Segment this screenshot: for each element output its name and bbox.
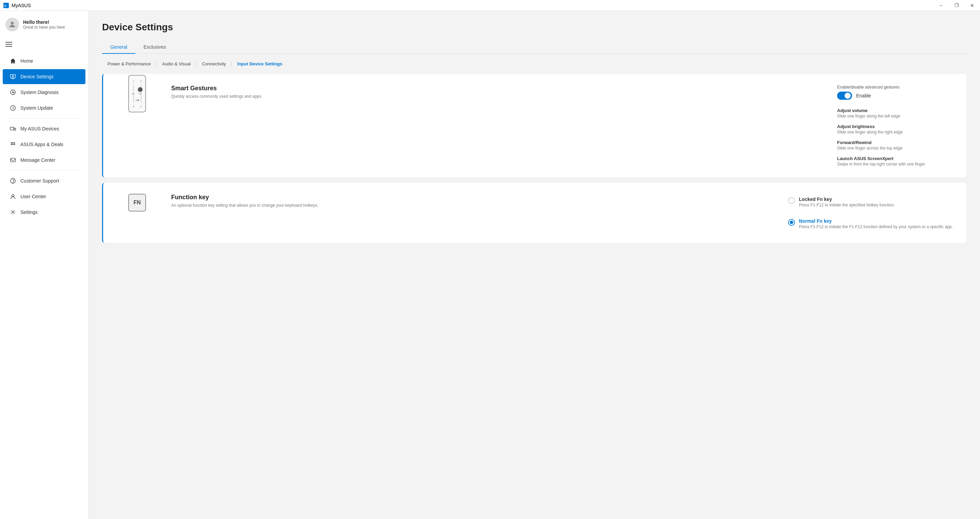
tabs: General Exclusives	[102, 41, 966, 54]
restore-button[interactable]: ❐	[949, 0, 964, 11]
gesture-option-1-desc: Slide one finger along the right edge	[837, 130, 953, 134]
user-name: Hello there!	[23, 19, 65, 25]
smart-gestures-subtitle: Quickly access commonly used settings an…	[171, 94, 824, 99]
svg-point-18	[14, 144, 15, 145]
gesture-option-1: Adjust brightness Slide one finger along…	[837, 124, 953, 134]
window-controls: − ❐ ✕	[933, 0, 980, 11]
sidebar-item-customer-support-label: Customer Support	[21, 178, 59, 184]
touchpad-icon: ← → ↑ ↓ ↑ ↓	[128, 85, 146, 102]
sidebar-item-my-asus-devices-label: My ASUS Devices	[21, 126, 59, 131]
radio-desc-locked: Press F1-F12 to initiate the specified h…	[799, 203, 895, 208]
sidebar-item-system-update[interactable]: System Update	[3, 101, 86, 115]
titlebar-left: A MyASUS	[0, 3, 31, 8]
nav-divider-1	[5, 118, 83, 118]
close-button[interactable]: ✕	[964, 0, 980, 11]
gesture-option-3: Launch ASUS ScreenXpert Swipe in from th…	[837, 156, 953, 166]
radio-desc-normal: Press F1-F12 to initiate the F1-F12 func…	[799, 224, 953, 229]
function-key-right: Locked Fn key Press F1-F12 to initiate t…	[788, 194, 953, 232]
tab-general[interactable]: General	[102, 41, 135, 54]
function-key-center: Function key An optional function key se…	[171, 194, 775, 213]
sidebar-item-system-update-label: System Update	[21, 105, 53, 111]
sidebar-item-message-center[interactable]: Message Center	[3, 153, 86, 168]
radio-option-normal[interactable]: Normal Fn key Press F1-F12 to initiate t…	[788, 216, 953, 232]
apps-icon	[10, 141, 16, 148]
minimize-button[interactable]: −	[933, 0, 949, 11]
user-subtitle: Great to have you here	[23, 25, 65, 30]
enable-toggle-row: Enable/disable advanced gestures Enable	[837, 85, 953, 100]
sidebar-item-device-settings-label: Device Settings	[21, 74, 53, 79]
function-key-section: FN Function key An optional function key…	[102, 183, 966, 243]
app-title: MyASUS	[11, 3, 31, 8]
sidebar-item-message-center-label: Message Center	[21, 157, 56, 163]
svg-point-2	[11, 22, 14, 24]
sidebar-item-system-diagnosis[interactable]: System Diagnosis	[3, 85, 86, 100]
svg-text:A: A	[4, 4, 6, 8]
smart-gestures-center: Smart Gestures Quickly access commonly u…	[171, 85, 824, 104]
svg-point-14	[12, 142, 14, 144]
subnav-input-device-settings[interactable]: Input Device Settings	[232, 59, 288, 69]
sidebar-item-device-settings[interactable]: Device Settings	[3, 69, 86, 84]
svg-point-16	[11, 144, 12, 145]
smart-gestures-title: Smart Gestures	[171, 85, 824, 92]
smart-gestures-section: ← → ↑ ↓ ↑ ↓	[102, 74, 966, 177]
titlebar: A MyASUS − ❐ ✕	[0, 0, 980, 11]
gesture-option-2-desc: Slide one finger across the top edge	[837, 146, 953, 150]
gesture-option-3-desc: Swipe in from the top-right corner with …	[837, 162, 953, 166]
enable-toggle[interactable]	[837, 92, 852, 100]
gesture-option-0: Adjust volume Slide one finger along the…	[837, 108, 953, 118]
sidebar: Hello there! Great to have you here Home…	[0, 11, 89, 519]
diagnosis-icon	[10, 89, 16, 96]
subnav-power-performance[interactable]: Power & Performance	[102, 59, 156, 69]
devices-icon	[10, 125, 16, 132]
sidebar-item-settings[interactable]: Settings	[3, 205, 86, 220]
svg-point-15	[14, 142, 15, 144]
subnav-audio-visual[interactable]: Audio & Visual	[156, 59, 196, 69]
sidebar-item-my-asus-devices[interactable]: My ASUS Devices	[3, 121, 86, 136]
sidebar-item-asus-apps-deals[interactable]: ASUS Apps & Deals	[3, 137, 86, 152]
sidebar-item-asus-apps-deals-label: ASUS Apps & Deals	[21, 142, 63, 147]
sidebar-item-customer-support[interactable]: Customer Support	[3, 173, 86, 188]
enable-toggle-label: Enable/disable advanced gestures	[837, 85, 953, 89]
gesture-option-0-title: Adjust volume	[837, 108, 953, 113]
sidebar-item-system-diagnosis-label: System Diagnosis	[21, 89, 59, 95]
user-profile-header: Hello there! Great to have you here	[0, 11, 88, 38]
smart-gestures-right: Enable/disable advanced gestures Enable …	[837, 85, 953, 166]
function-key-left: FN	[117, 194, 158, 211]
svg-rect-12	[14, 128, 16, 130]
svg-rect-5	[5, 46, 12, 47]
main-content: Device Settings General Exclusives Power…	[89, 11, 980, 519]
svg-point-17	[12, 144, 14, 145]
message-icon	[10, 156, 16, 163]
toggle-slider	[837, 92, 852, 100]
enable-text: Enable	[856, 93, 871, 98]
toggle-enable-row: Enable	[837, 92, 953, 100]
function-key-subtitle: An optional function key setting that al…	[171, 203, 775, 208]
radio-text-locked: Locked Fn key Press F1-F12 to initiate t…	[799, 196, 895, 208]
home-icon	[10, 57, 16, 64]
avatar	[5, 18, 19, 31]
svg-rect-19	[11, 158, 15, 162]
update-icon	[10, 105, 16, 111]
radio-option-locked[interactable]: Locked Fn key Press F1-F12 to initiate t…	[788, 194, 953, 210]
svg-rect-6	[11, 75, 15, 78]
touchpad-illustration: ← → ↑ ↓ ↑ ↓	[128, 75, 146, 112]
gesture-option-3-title: Launch ASUS ScreenXpert	[837, 156, 953, 161]
user-center-icon	[10, 193, 16, 200]
smart-gestures-left: ← → ↑ ↓ ↑ ↓	[117, 85, 158, 102]
tab-exclusives[interactable]: Exclusives	[135, 41, 174, 54]
nav-list: Home Device Settings System Diagnosis Sy…	[0, 53, 88, 220]
hamburger-menu-button[interactable]	[0, 38, 88, 51]
svg-rect-3	[5, 42, 12, 43]
radio-text-normal: Normal Fn key Press F1-F12 to initiate t…	[799, 218, 953, 229]
radio-title-normal: Normal Fn key	[799, 218, 953, 224]
sidebar-item-user-center[interactable]: User Center	[3, 189, 86, 204]
sidebar-item-user-center-label: User Center	[21, 194, 46, 199]
fn-key-icon: FN	[128, 194, 146, 211]
sidebar-item-settings-label: Settings	[21, 209, 38, 215]
svg-point-21	[13, 182, 13, 183]
gesture-option-0-desc: Slide one finger along the left edge	[837, 114, 953, 118]
app-logo-icon: A	[3, 3, 9, 8]
sidebar-item-home[interactable]: Home	[3, 53, 86, 69]
sidebar-item-home-label: Home	[21, 58, 33, 64]
subnav-connectivity[interactable]: Connectivity	[197, 59, 232, 69]
